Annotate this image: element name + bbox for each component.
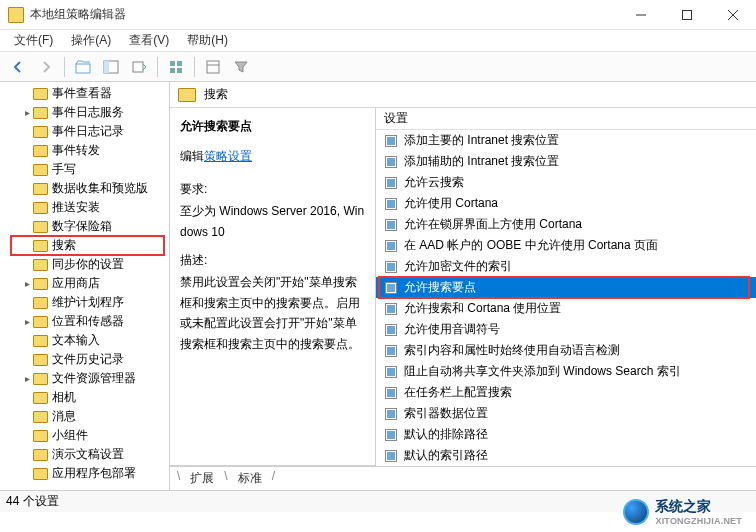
tree-pane[interactable]: 事件查看器▸事件日志服务事件日志记录事件转发手写数据收集和预览版推送安装数字保险…: [0, 82, 170, 490]
setting-item[interactable]: 添加主要的 Intranet 搜索位置: [376, 130, 756, 151]
setting-item-label: 允许使用 Cortana: [404, 195, 498, 212]
requirements-body: 至少为 Windows Server 2016, Windows 10: [180, 201, 365, 242]
tree-item[interactable]: 手写: [0, 160, 169, 179]
setting-item[interactable]: 在任务栏上配置搜索: [376, 382, 756, 403]
export-button[interactable]: [127, 55, 151, 79]
tree-item-label: 文件历史记录: [52, 351, 124, 368]
settings-column-header[interactable]: 设置: [376, 108, 756, 130]
tree-item[interactable]: ▸事件日志服务: [0, 103, 169, 122]
setting-item[interactable]: 允许在锁屏界面上方使用 Cortana: [376, 214, 756, 235]
setting-item[interactable]: 默认的排除路径: [376, 424, 756, 445]
settings-list[interactable]: 添加主要的 Intranet 搜索位置添加辅助的 Intranet 搜索位置允许…: [376, 130, 756, 466]
policy-icon: [384, 176, 398, 190]
setting-item[interactable]: 阻止自动将共享文件夹添加到 Windows Search 索引: [376, 361, 756, 382]
tree-twisty-icon[interactable]: ▸: [22, 107, 32, 118]
minimize-button[interactable]: [618, 0, 664, 30]
policy-icon: [384, 323, 398, 337]
tree-item-label: 小组件: [52, 427, 88, 444]
tree-item[interactable]: 数字保险箱: [0, 217, 169, 236]
tree-twisty-icon[interactable]: ▸: [22, 278, 32, 289]
edit-policy-link[interactable]: 策略设置: [204, 149, 252, 163]
tree-item-label: 搜索: [52, 237, 76, 254]
tree-item[interactable]: 事件转发: [0, 141, 169, 160]
tree-item-label: 演示文稿设置: [52, 446, 124, 463]
tree-item[interactable]: 事件日志记录: [0, 122, 169, 141]
close-button[interactable]: [710, 0, 756, 30]
tree-item[interactable]: 相机: [0, 388, 169, 407]
setting-item[interactable]: 索引器数据位置: [376, 403, 756, 424]
tree-item-label: 维护计划程序: [52, 294, 124, 311]
tree-item-label: 数字保险箱: [52, 218, 112, 235]
menu-file[interactable]: 文件(F): [6, 30, 61, 51]
forward-button[interactable]: [34, 55, 58, 79]
menu-help[interactable]: 帮助(H): [179, 30, 236, 51]
tab-extended[interactable]: 扩展: [181, 467, 223, 490]
folder-icon: [33, 164, 48, 176]
svg-rect-7: [170, 68, 175, 73]
tree-item[interactable]: ▸位置和传感器: [0, 312, 169, 331]
tree-item-label: 事件日志服务: [52, 104, 124, 121]
setting-item-label: 允许搜索要点: [404, 279, 476, 296]
tree-item[interactable]: 应用程序包部署: [0, 464, 169, 483]
folder-icon: [33, 145, 48, 157]
tree-item[interactable]: 维护计划程序: [0, 293, 169, 312]
details-pane: 搜索 允许搜索要点 编辑策略设置 要求: 至少为 Windows Server …: [170, 82, 756, 490]
setting-item[interactable]: 允许搜索和 Cortana 使用位置: [376, 298, 756, 319]
tree-item[interactable]: 事件查看器: [0, 84, 169, 103]
setting-item-label: 添加主要的 Intranet 搜索位置: [404, 132, 559, 149]
tree-item-label: 事件转发: [52, 142, 100, 159]
tree-item[interactable]: 同步你的设置: [0, 255, 169, 274]
setting-item[interactable]: 在 AAD 帐户的 OOBE 中允许使用 Cortana 页面: [376, 235, 756, 256]
edit-policy-line: 编辑策略设置: [180, 146, 365, 166]
svg-rect-1: [76, 64, 90, 73]
tree-item[interactable]: 小组件: [0, 426, 169, 445]
setting-item[interactable]: 默认的索引路径: [376, 445, 756, 466]
setting-item[interactable]: 添加辅助的 Intranet 搜索位置: [376, 151, 756, 172]
up-button[interactable]: [71, 55, 95, 79]
folder-icon: [33, 107, 48, 119]
folder-icon: [33, 354, 48, 366]
setting-item-label: 允许加密文件的索引: [404, 258, 512, 275]
show-hide-tree-button[interactable]: [99, 55, 123, 79]
setting-item[interactable]: 允许搜索要点: [376, 277, 756, 298]
folder-icon: [33, 88, 48, 100]
tree-twisty-icon[interactable]: ▸: [22, 373, 32, 384]
properties-button[interactable]: [201, 55, 225, 79]
folder-icon: [33, 449, 48, 461]
setting-item[interactable]: 允许云搜索: [376, 172, 756, 193]
folder-icon: [33, 316, 48, 328]
tree-item[interactable]: 推送安装: [0, 198, 169, 217]
svg-rect-3: [104, 61, 109, 73]
refresh-button[interactable]: [164, 55, 188, 79]
setting-item[interactable]: 允许加密文件的索引: [376, 256, 756, 277]
tree-item[interactable]: 搜索: [0, 236, 169, 255]
maximize-button[interactable]: [664, 0, 710, 30]
tree-twisty-icon[interactable]: ▸: [22, 316, 32, 327]
tree-item-label: 同步你的设置: [52, 256, 124, 273]
main-area: 事件查看器▸事件日志服务事件日志记录事件转发手写数据收集和预览版推送安装数字保险…: [0, 82, 756, 490]
tree-item[interactable]: 文件历史记录: [0, 350, 169, 369]
setting-item[interactable]: 允许使用音调符号: [376, 319, 756, 340]
tree-item-label: 事件日志记录: [52, 123, 124, 140]
filter-button[interactable]: [229, 55, 253, 79]
setting-item[interactable]: 允许使用 Cortana: [376, 193, 756, 214]
tree-item-label: 位置和传感器: [52, 313, 124, 330]
setting-item-label: 允许使用音调符号: [404, 321, 500, 338]
svg-rect-4: [133, 62, 143, 72]
description-body: 禁用此设置会关闭"开始"菜单搜索框和搜索主页中的搜索要点。启用或未配置此设置会打…: [180, 272, 365, 354]
back-button[interactable]: [6, 55, 30, 79]
tree-item[interactable]: ▸应用商店: [0, 274, 169, 293]
tree-item[interactable]: 消息: [0, 407, 169, 426]
tree-item[interactable]: 演示文稿设置: [0, 445, 169, 464]
tree-item[interactable]: ▸文件资源管理器: [0, 369, 169, 388]
setting-item[interactable]: 索引内容和属性时始终使用自动语言检测: [376, 340, 756, 361]
description-label: 描述:: [180, 250, 365, 270]
tree-item[interactable]: 文本输入: [0, 331, 169, 350]
policy-icon: [384, 281, 398, 295]
setting-item-label: 阻止自动将共享文件夹添加到 Windows Search 索引: [404, 363, 681, 380]
tree-item[interactable]: 数据收集和预览版: [0, 179, 169, 198]
menu-view[interactable]: 查看(V): [121, 30, 177, 51]
menu-action[interactable]: 操作(A): [63, 30, 119, 51]
folder-icon: [33, 126, 48, 138]
tab-standard[interactable]: 标准: [229, 467, 271, 490]
